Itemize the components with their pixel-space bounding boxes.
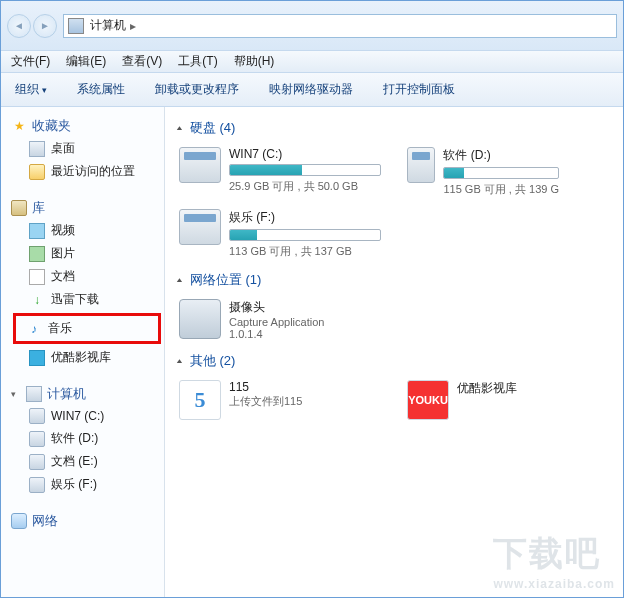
body: ★ 收藏夹 桌面 最近访问的位置 库 视频 图片 — [1, 107, 623, 597]
sidebar-item-drive-e[interactable]: 文档 (E:) — [7, 450, 164, 473]
sidebar-item-label: WIN7 (C:) — [51, 409, 104, 423]
usage-bar — [443, 167, 559, 179]
youku-icon — [29, 350, 45, 366]
menu-bar: 文件(F) 编辑(E) 查看(V) 工具(T) 帮助(H) — [1, 51, 623, 73]
hard-drive-icon — [407, 147, 435, 183]
menu-edit[interactable]: 编辑(E) — [60, 51, 112, 72]
sidebar-item-label: 软件 (D:) — [51, 430, 98, 447]
disks-header[interactable]: 硬盘 (4) — [175, 119, 613, 137]
other-sub: 上传文件到115 — [229, 394, 302, 409]
download-icon: ↓ — [29, 292, 45, 308]
titlebar: ◄ ► 计算机 ▸ — [1, 1, 623, 51]
other-list: 5 115 上传文件到115 YOUKU 优酷影视库 — [175, 376, 613, 424]
drive-icon — [29, 477, 45, 493]
desktop-icon — [29, 141, 45, 157]
explorer-window: ◄ ► 计算机 ▸ 文件(F) 编辑(E) 查看(V) 工具(T) 帮助(H) … — [0, 0, 624, 598]
sidebar-item-drive-c[interactable]: WIN7 (C:) — [7, 405, 164, 427]
system-properties-button[interactable]: 系统属性 — [71, 79, 131, 100]
sidebar-item-documents[interactable]: 文档 — [7, 265, 164, 288]
pictures-icon — [29, 246, 45, 262]
other-name: 优酷影视库 — [457, 380, 517, 397]
nav-back-button[interactable]: ◄ — [7, 14, 31, 38]
drives-list: WIN7 (C:) 25.9 GB 可用 , 共 50.0 GB 软件 (D:)… — [175, 143, 613, 263]
toolbar: 组织 系统属性 卸载或更改程序 映射网络驱动器 打开控制面板 — [1, 73, 623, 107]
sidebar-item-label: 娱乐 (F:) — [51, 476, 97, 493]
drive-item-d[interactable]: 软件 (D:) 115 GB 可用 , 共 139 G — [403, 143, 563, 201]
drive-item-c[interactable]: WIN7 (C:) 25.9 GB 可用 , 共 50.0 GB — [175, 143, 385, 201]
sidebar-item-label: 音乐 — [48, 320, 72, 337]
network-label: 网络 — [32, 512, 58, 530]
netloc-sub2: 1.0.1.4 — [229, 328, 324, 340]
sidebar-item-thunder[interactable]: ↓迅雷下载 — [7, 288, 164, 311]
drive-free-text: 115 GB 可用 , 共 139 G — [443, 182, 559, 197]
sidebar-item-videos[interactable]: 视频 — [7, 219, 164, 242]
hard-drive-icon — [179, 147, 221, 183]
drive-icon — [29, 431, 45, 447]
sidebar-item-label: 视频 — [51, 222, 75, 239]
menu-file[interactable]: 文件(F) — [5, 51, 56, 72]
usage-bar — [229, 229, 381, 241]
sidebar-item-drive-f[interactable]: 娱乐 (F:) — [7, 473, 164, 496]
netloc-item-camera[interactable]: 摄像头 Capture Application 1.0.1.4 — [175, 295, 385, 344]
sidebar-item-label: 图片 — [51, 245, 75, 262]
sidebar-item-label: 文档 (E:) — [51, 453, 98, 470]
other-item-115[interactable]: 5 115 上传文件到115 — [175, 376, 385, 424]
sidebar-item-pictures[interactable]: 图片 — [7, 242, 164, 265]
breadcrumb-root[interactable]: 计算机 — [90, 17, 126, 34]
chevron-down-icon: ▾ — [11, 389, 21, 399]
usage-bar — [229, 164, 381, 176]
network-header[interactable]: 网络 — [7, 510, 164, 532]
other-item-youku[interactable]: YOUKU 优酷影视库 — [403, 376, 563, 424]
libraries-header[interactable]: 库 — [7, 197, 164, 219]
other-name: 115 — [229, 380, 302, 394]
menu-tools[interactable]: 工具(T) — [172, 51, 223, 72]
watermark: 下载吧 www.xiazaiba.com — [493, 531, 615, 591]
nav-forward-button[interactable]: ► — [33, 14, 57, 38]
watermark-sub: www.xiazaiba.com — [493, 577, 615, 591]
computer-label: 计算机 — [47, 385, 86, 403]
sidebar-item-desktop[interactable]: 桌面 — [7, 137, 164, 160]
documents-icon — [29, 269, 45, 285]
drive-item-f[interactable]: 娱乐 (F:) 113 GB 可用 , 共 137 GB — [175, 205, 385, 263]
menu-view[interactable]: 查看(V) — [116, 51, 168, 72]
drive-name: 软件 (D:) — [443, 147, 559, 164]
address-bar[interactable]: 计算机 ▸ — [63, 14, 617, 38]
uninstall-button[interactable]: 卸载或更改程序 — [149, 79, 245, 100]
music-icon: ♪ — [26, 321, 42, 337]
favorites-group: ★ 收藏夹 桌面 最近访问的位置 — [7, 115, 164, 183]
drive-icon — [29, 408, 45, 424]
computer-icon — [68, 18, 84, 34]
favorites-label: 收藏夹 — [32, 117, 71, 135]
netloc-header[interactable]: 网络位置 (1) — [175, 271, 613, 289]
drive-name: WIN7 (C:) — [229, 147, 381, 161]
menu-help[interactable]: 帮助(H) — [228, 51, 281, 72]
organize-button[interactable]: 组织 — [9, 79, 53, 100]
hard-drive-icon — [179, 209, 221, 245]
video-icon — [29, 223, 45, 239]
usage-fill — [230, 165, 302, 175]
sidebar-item-youku[interactable]: 优酷影视库 — [7, 346, 164, 369]
115-icon: 5 — [179, 380, 221, 420]
computer-icon — [26, 386, 42, 402]
libraries-group: 库 视频 图片 文档 ↓迅雷下载 ♪音乐 优酷影视库 — [7, 197, 164, 369]
sidebar-item-label: 桌面 — [51, 140, 75, 157]
library-icon — [11, 200, 27, 216]
favorites-header[interactable]: ★ 收藏夹 — [7, 115, 164, 137]
control-panel-button[interactable]: 打开控制面板 — [377, 79, 461, 100]
drive-free-text: 113 GB 可用 , 共 137 GB — [229, 244, 381, 259]
star-icon: ★ — [11, 118, 27, 134]
computer-header[interactable]: ▾ 计算机 — [7, 383, 164, 405]
netloc-sub1: Capture Application — [229, 316, 324, 328]
computer-group: ▾ 计算机 WIN7 (C:) 软件 (D:) 文档 (E:) 娱乐 (F:) — [7, 383, 164, 496]
sidebar-item-label: 优酷影视库 — [51, 349, 111, 366]
sidebar-item-drive-d[interactable]: 软件 (D:) — [7, 427, 164, 450]
sidebar-item-label: 迅雷下载 — [51, 291, 99, 308]
other-header[interactable]: 其他 (2) — [175, 352, 613, 370]
sidebar-item-music[interactable]: ♪音乐 — [13, 313, 161, 344]
network-icon — [11, 513, 27, 529]
map-drive-button[interactable]: 映射网络驱动器 — [263, 79, 359, 100]
watermark-main: 下载吧 — [493, 534, 601, 572]
drive-icon — [29, 454, 45, 470]
sidebar-item-recent[interactable]: 最近访问的位置 — [7, 160, 164, 183]
usage-fill — [444, 168, 463, 178]
